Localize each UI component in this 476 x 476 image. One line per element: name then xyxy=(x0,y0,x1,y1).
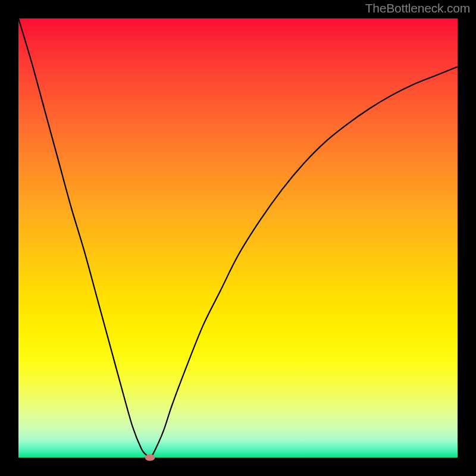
plot-area xyxy=(18,18,458,458)
minimum-marker xyxy=(145,455,155,461)
bottleneck-curve xyxy=(18,18,458,458)
curve-svg xyxy=(18,18,458,458)
chart-frame: TheBottleneck.com xyxy=(0,0,476,476)
attribution-label: TheBottleneck.com xyxy=(365,1,470,15)
